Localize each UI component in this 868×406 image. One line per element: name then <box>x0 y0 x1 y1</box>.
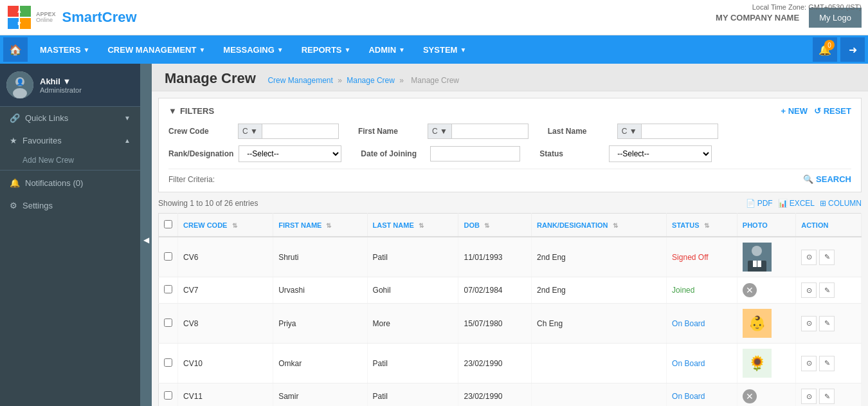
logout-button[interactable]: ➜ <box>840 37 865 62</box>
main-content: Manage Crew Crew Management » Manage Cre… <box>152 64 868 406</box>
sidebar-item-quick-links[interactable]: 🔗 Quick Links ▼ <box>0 107 140 129</box>
dob-cell: 15/07/1980 <box>458 304 532 344</box>
nav-item-admin[interactable]: ADMIN ▼ <box>359 35 414 64</box>
first-name-input[interactable] <box>451 124 529 139</box>
status-cell: On Board <box>667 304 737 344</box>
sidebar-role: Administrator <box>40 86 82 94</box>
first-name-cell: Priya <box>273 304 367 344</box>
breadcrumb: Crew Management » Manage Crew » Manage C… <box>267 76 462 85</box>
system-arrow-icon: ▼ <box>460 46 466 53</box>
last-name-input[interactable] <box>641 124 718 139</box>
col-first-name[interactable]: FIRST NAME ⇅ <box>273 214 367 237</box>
sidebar-add-new-crew[interactable]: Add New Crew <box>0 152 140 169</box>
reports-arrow-icon: ▼ <box>345 46 351 53</box>
last-name-cell: Patil <box>367 383 458 407</box>
view-button[interactable]: ⊙ <box>801 356 817 371</box>
col-dob[interactable]: DOB ⇅ <box>458 214 532 237</box>
col-crew-code[interactable]: CREW CODE ⇅ <box>178 214 273 237</box>
row-checkbox[interactable] <box>164 285 172 293</box>
reset-button[interactable]: ↺ RESET <box>814 106 851 116</box>
row-checkbox[interactable] <box>164 252 172 261</box>
crew-code-label: Crew Code <box>168 127 233 136</box>
sidebar-settings-label: Settings <box>23 201 53 210</box>
nav-item-reports[interactable]: REPORTS ▼ <box>293 35 360 64</box>
masters-arrow-icon: ▼ <box>84 46 90 53</box>
company-name: MY COMPANY NAME <box>716 13 799 23</box>
doj-filter: Date of Joining <box>361 146 520 161</box>
crew-code-cell: CV11 <box>178 383 273 407</box>
rank-label: Rank/Designation <box>168 149 233 158</box>
select-all-checkbox[interactable] <box>164 220 172 228</box>
search-button[interactable]: 🔍 SEARCH <box>803 174 851 184</box>
excel-export-button[interactable]: 📊 EXCEL <box>778 199 815 208</box>
col-last-name[interactable]: LAST NAME ⇅ <box>367 214 458 237</box>
svg-text:👤: 👤 <box>16 78 24 86</box>
svg-rect-3 <box>20 18 31 29</box>
status-filter: Status --Select-- <box>539 145 712 162</box>
col-status[interactable]: STATUS ⇅ <box>667 214 737 237</box>
sidebar-item-settings[interactable]: ⚙ Settings <box>0 194 140 217</box>
status-select[interactable]: --Select-- <box>609 145 712 162</box>
edit-button[interactable]: ✎ <box>819 356 835 371</box>
filter-row-2: Rank/Designation --Select-- Date of Join… <box>168 145 851 162</box>
crew-code-sort-icon: ⇅ <box>232 222 237 229</box>
last-name-label: Last Name <box>548 127 612 136</box>
status-badge: On Board <box>672 319 705 328</box>
last-name-cell: Patil <box>367 237 458 277</box>
column-button[interactable]: ⊞ COLUMN <box>820 199 862 208</box>
layout: 👤 Akhil ▼ Administrator 🔗 Quick Links ▼ … <box>0 64 868 406</box>
edit-button[interactable]: ✎ <box>819 282 835 298</box>
breadcrumb-manage-crew-1[interactable]: Manage Crew <box>347 76 395 85</box>
action-cell: ⊙ ✎ <box>796 277 862 304</box>
col-action: ACTION <box>796 214 862 237</box>
app-name-line1: APPEX Online <box>36 12 56 23</box>
pdf-export-button[interactable]: 📄 PDF <box>746 199 773 208</box>
filter-row-1: Crew Code C ▼ First Name C ▼ Last Name <box>168 124 851 139</box>
table-row: CV10OmkarPatil23/02/1990On Board🌻 ⊙ ✎ <box>159 344 862 383</box>
row-checkbox[interactable] <box>164 358 172 367</box>
rank-cell: Ch Eng <box>532 304 667 344</box>
status-sort-icon: ⇅ <box>704 222 709 229</box>
sidebar-username: Akhil ▼ <box>40 77 82 86</box>
sidebar-item-notifications[interactable]: 🔔 Notifications (0) <box>0 172 140 194</box>
svg-rect-1 <box>20 6 31 17</box>
crew-table: CREW CODE ⇅ FIRST NAME ⇅ LAST NAME ⇅ D <box>158 213 862 406</box>
edit-button[interactable]: ✎ <box>819 389 835 404</box>
dob-sort-icon: ⇅ <box>484 222 489 229</box>
link-icon: 🔗 <box>10 113 20 123</box>
view-button[interactable]: ⊙ <box>801 316 817 331</box>
last-name-prefix-button[interactable]: C ▼ <box>617 124 641 139</box>
row-checkbox[interactable] <box>164 318 172 327</box>
rank-select[interactable]: --Select-- <box>239 145 341 162</box>
row-checkbox[interactable] <box>164 391 172 400</box>
col-rank[interactable]: RANK/DESIGNATION ⇅ <box>532 214 667 237</box>
sidebar-collapse-button[interactable]: ◀ <box>140 64 152 406</box>
edit-button[interactable]: ✎ <box>819 250 835 265</box>
doj-input[interactable] <box>430 146 520 161</box>
nav-item-system[interactable]: SYSTEM ▼ <box>414 35 475 64</box>
view-button[interactable]: ⊙ <box>801 282 817 298</box>
sidebar-item-favourites[interactable]: ★ Favourites ▲ <box>0 129 140 152</box>
view-button[interactable]: ⊙ <box>801 389 817 404</box>
edit-button[interactable]: ✎ <box>819 316 835 331</box>
filters-label: ▼ FILTERS <box>168 106 214 116</box>
first-name-cell: Omkar <box>273 344 367 383</box>
first-name-sort-icon: ⇅ <box>326 222 331 229</box>
notifications-bell-button[interactable]: 🔔 0 <box>813 37 837 62</box>
breadcrumb-crew-management[interactable]: Crew Management <box>267 76 332 85</box>
view-button[interactable]: ⊙ <box>801 250 817 265</box>
nav-item-masters[interactable]: MASTERS ▼ <box>31 35 98 64</box>
first-name-prefix-button[interactable]: C ▼ <box>428 124 451 139</box>
new-button[interactable]: + NEW <box>781 106 808 116</box>
home-nav-button[interactable]: 🏠 <box>3 37 28 62</box>
crew-code-input[interactable] <box>262 124 339 139</box>
dob-cell: 23/02/1990 <box>458 383 532 407</box>
nav-item-crew-management[interactable]: CREW MANAGEMENT ▼ <box>98 35 214 64</box>
crew-code-prefix-button[interactable]: C ▼ <box>238 124 262 139</box>
crew-code-cell: CV6 <box>178 237 273 277</box>
select-all-header <box>159 214 178 237</box>
table-row: CV7UrvashiGohil07/02/19842nd EngJoined✕ … <box>159 277 862 304</box>
nav-item-messaging[interactable]: MESSAGING ▼ <box>214 35 292 64</box>
rank-cell: 2nd Eng <box>532 237 667 277</box>
bell-icon: 🔔 <box>10 178 20 188</box>
